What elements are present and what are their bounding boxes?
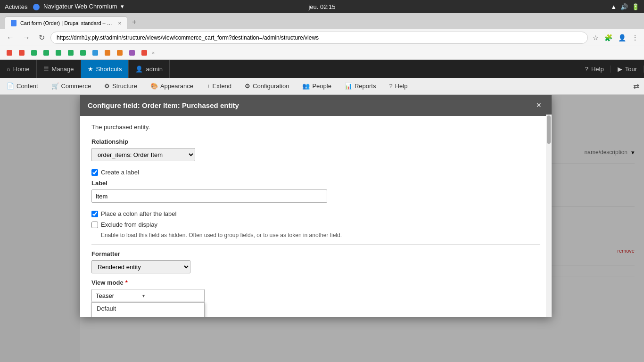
- menu-extend[interactable]: + Extend: [200, 78, 238, 94]
- profile-button[interactable]: 👤: [616, 32, 628, 43]
- admin-user-button[interactable]: 👤 admin: [129, 60, 169, 78]
- menu-structure[interactable]: ⚙ Structure: [98, 78, 144, 94]
- relationship-select[interactable]: order_items: Order Item: [91, 148, 195, 161]
- view-mode-select-button[interactable]: Teaser ▾: [91, 289, 205, 302]
- menu-reports[interactable]: 📊 Reports: [338, 78, 383, 94]
- address-bar[interactable]: [50, 32, 588, 44]
- extend-icon: +: [206, 82, 210, 90]
- os-time: jeu. 02:15: [308, 3, 335, 10]
- menu-configuration[interactable]: ⚙ Configuration: [238, 78, 296, 94]
- bookmark-item[interactable]: [4, 49, 15, 57]
- view-mode-dropdown-list: Default Full content RSS Search index Se…: [91, 302, 205, 317]
- chevron-down-icon: ▾: [121, 3, 124, 10]
- admin-manage-label: Manage: [52, 66, 74, 73]
- admin-shortcuts-button[interactable]: ★ Shortcuts: [81, 60, 129, 78]
- forward-button[interactable]: →: [20, 32, 33, 44]
- wifi-icon: ▲: [611, 3, 617, 10]
- tab-close-button[interactable]: ×: [118, 20, 121, 26]
- manage-icon: ☰: [43, 66, 49, 73]
- new-tab-button[interactable]: +: [127, 15, 141, 29]
- bookmark-item[interactable]: [77, 49, 89, 57]
- place-colon-row: Place a colon after the label: [91, 210, 540, 217]
- volume-icon: 🔊: [620, 3, 628, 10]
- menu-content[interactable]: 📄 Content: [0, 78, 45, 94]
- label-group: Label: [91, 180, 540, 203]
- tour-icon: ▶: [618, 66, 622, 73]
- formatter-group: Formatter Rendered entity: [91, 250, 540, 273]
- battery-icon: 🔋: [632, 3, 639, 10]
- bookmark-item[interactable]: [139, 49, 150, 57]
- menu-people-label: People: [312, 82, 331, 90]
- reports-icon: 📊: [345, 82, 352, 90]
- place-colon-checkbox[interactable]: [91, 211, 98, 217]
- os-topbar-left: Activités Navigateur Web Chromium ▾: [5, 3, 124, 10]
- place-colon-text: Place a colon after the label: [101, 210, 176, 217]
- menu-expand: ⇄: [628, 78, 644, 95]
- formatter-label: Formatter: [91, 250, 540, 257]
- commerce-icon: 🛒: [51, 82, 59, 90]
- menu-structure-label: Structure: [112, 82, 137, 90]
- formatter-select[interactable]: Rendered entity: [91, 260, 190, 273]
- menu-button[interactable]: ⋮: [630, 32, 640, 43]
- menu-reports-label: Reports: [355, 82, 376, 90]
- menu-help-label: Help: [395, 82, 408, 90]
- bookmark-item[interactable]: [114, 49, 125, 57]
- menu-content-label: Content: [17, 82, 38, 90]
- exclude-display-checkbox[interactable]: [91, 222, 98, 228]
- admin-tour-button[interactable]: ▶ Tour: [611, 66, 644, 73]
- menu-people[interactable]: 👥 People: [296, 78, 338, 94]
- back-button[interactable]: ←: [4, 32, 17, 44]
- menu-appearance[interactable]: 🎨 Appearance: [144, 78, 200, 94]
- create-label-text: Create a label: [101, 169, 139, 176]
- exclude-display-row: Exclude from display: [91, 221, 540, 228]
- people-icon: 👥: [302, 82, 310, 90]
- reload-button[interactable]: ↻: [36, 31, 48, 44]
- bookmark-item[interactable]: [126, 49, 138, 57]
- bookmark-close[interactable]: ×: [151, 50, 156, 56]
- view-mode-dropdown-container: Teaser ▾ Default Full content RSS Search…: [91, 289, 205, 302]
- view-mode-option-full[interactable]: Full content: [92, 314, 204, 317]
- bookmark-item[interactable]: [90, 49, 101, 57]
- admin-home-button[interactable]: ⌂ Home: [0, 60, 37, 78]
- admin-bar-right: ? Help ▶ Tour: [578, 66, 644, 73]
- tab-title: Cart form (Order) | Drupal standard – Ch…: [20, 20, 115, 26]
- bookmarks-bar: ×: [0, 46, 644, 59]
- menu-expand-button[interactable]: ⇄: [628, 78, 644, 95]
- content-icon: 📄: [7, 82, 14, 90]
- label-input[interactable]: [91, 189, 327, 203]
- configuration-icon: ⚙: [245, 82, 250, 90]
- bookmark-item[interactable]: [41, 49, 52, 57]
- view-mode-group: View mode * Teaser ▾ Default Full conten…: [91, 279, 540, 302]
- bookmark-item[interactable]: [16, 49, 27, 57]
- required-star: *: [125, 279, 128, 286]
- menu-help[interactable]: ? Help: [382, 78, 414, 94]
- bookmark-item[interactable]: [28, 49, 40, 57]
- bookmark-item[interactable]: [53, 49, 64, 57]
- help-icon: ?: [585, 66, 588, 73]
- modal-title: Configure field: Order Item: Purchased e…: [88, 101, 239, 109]
- menu-commerce[interactable]: 🛒 Commerce: [45, 78, 98, 94]
- modal-scrollbar[interactable]: [546, 115, 552, 317]
- bookmark-button[interactable]: ☆: [591, 32, 601, 43]
- modal-close-button[interactable]: ×: [533, 99, 544, 111]
- admin-manage-button[interactable]: ☰ Manage: [37, 60, 81, 78]
- extensions-button[interactable]: 🧩: [603, 32, 614, 43]
- admin-help-button[interactable]: ? Help: [578, 66, 611, 73]
- browser-tab-active[interactable]: Cart form (Order) | Drupal standard – Ch…: [5, 16, 127, 29]
- tab-favicon: [11, 20, 17, 26]
- view-mode-option-default[interactable]: Default: [92, 303, 204, 314]
- menu-commerce-label: Commerce: [61, 82, 91, 90]
- admin-shortcuts-label: Shortcuts: [96, 66, 122, 73]
- bookmark-item[interactable]: [65, 49, 76, 57]
- menu-appearance-label: Appearance: [160, 82, 193, 90]
- appearance-icon: 🎨: [150, 82, 158, 90]
- modal-dialog: Configure field: Order Item: Purchased e…: [80, 95, 552, 317]
- create-label-checkbox[interactable]: [91, 169, 98, 176]
- drupal-admin-bar: ⌂ Home ☰ Manage ★ Shortcuts 👤 admin ? He…: [0, 60, 644, 78]
- user-icon: 👤: [135, 66, 143, 73]
- bookmark-item[interactable]: [102, 49, 113, 57]
- browser-action-icons: ☆ 🧩 👤 ⋮: [591, 32, 640, 43]
- activities-label[interactable]: Activités: [5, 3, 27, 10]
- create-label-row: Create a label: [91, 169, 540, 176]
- admin-user-label: admin: [146, 66, 162, 73]
